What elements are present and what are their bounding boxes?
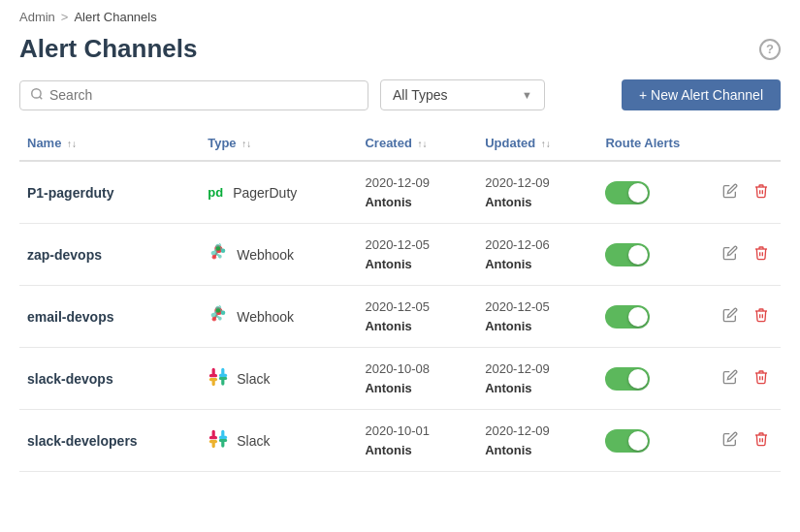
edit-button[interactable] — [719, 179, 742, 206]
delete-button[interactable] — [750, 365, 773, 392]
edit-icon — [722, 245, 738, 265]
svg-point-2 — [212, 255, 217, 260]
route-alerts-toggle[interactable] — [605, 367, 650, 391]
table-row: zap-devops Webhook 2020-12-05 Antonis — [19, 224, 781, 286]
row-type: Webhook — [200, 224, 357, 286]
breadcrumb-separator: > — [61, 10, 69, 24]
edit-button[interactable] — [719, 303, 742, 330]
svg-rect-17 — [209, 436, 217, 439]
route-alerts-toggle[interactable] — [605, 243, 650, 266]
trash-icon — [753, 369, 769, 389]
new-alert-channel-button[interactable]: + New Alert Channel — [622, 79, 781, 110]
svg-point-3 — [221, 248, 226, 253]
page: Admin > Alert Channels Alert Channels ? … — [0, 0, 800, 532]
name-sort-icon: ↑↓ — [67, 139, 77, 149]
col-header-route-alerts: Route Alerts — [597, 126, 711, 161]
row-name: zap-devops — [19, 224, 200, 286]
svg-point-0 — [32, 88, 41, 97]
row-created: 2020-12-09 Antonis — [357, 161, 477, 224]
route-alerts-toggle[interactable] — [605, 429, 650, 453]
col-header-updated[interactable]: Updated ↑↓ — [477, 126, 597, 161]
row-created: 2020-12-05 Antonis — [357, 286, 477, 348]
row-name: email-devops — [19, 286, 200, 348]
slack-icon — [208, 366, 229, 391]
table-row: slack-developers Slack 2020-10-01 A — [19, 410, 781, 472]
trash-icon — [753, 431, 769, 451]
svg-point-4 — [216, 246, 221, 251]
search-icon — [30, 87, 44, 104]
updated-sort-icon: ↑↓ — [541, 139, 551, 149]
svg-point-6 — [221, 310, 226, 315]
row-type: pd PagerDuty — [200, 161, 357, 224]
row-created: 2020-10-08 Antonis — [357, 348, 477, 410]
row-type: Webhook — [200, 286, 357, 348]
webhook-icon — [208, 304, 229, 329]
table-row: P1-pagerduty pd PagerDuty 2020-12-09 Ant… — [19, 161, 781, 224]
trash-icon — [753, 245, 769, 265]
delete-button[interactable] — [750, 427, 773, 454]
svg-rect-23 — [221, 430, 224, 438]
row-created: 2020-10-01 Antonis — [357, 410, 477, 472]
row-name: P1-pagerduty — [19, 161, 200, 224]
edit-button[interactable] — [719, 241, 742, 268]
edit-button[interactable] — [719, 427, 742, 454]
row-actions — [711, 410, 781, 472]
svg-rect-21 — [212, 440, 215, 448]
delete-button[interactable] — [750, 179, 773, 206]
help-icon[interactable]: ? — [759, 39, 781, 60]
table-header-row: Name ↑↓ Type ↑↓ Created ↑↓ Updated ↑↓ Ro… — [19, 126, 781, 161]
alert-channels-table: Name ↑↓ Type ↑↓ Created ↑↓ Updated ↑↓ Ro… — [19, 126, 781, 472]
delete-button[interactable] — [750, 241, 773, 268]
slack-icon — [208, 428, 229, 453]
page-title: Alert Channels — [19, 34, 198, 64]
row-name: slack-developers — [19, 410, 200, 472]
row-route-alerts — [597, 161, 711, 224]
edit-icon — [722, 431, 738, 451]
edit-icon — [722, 183, 738, 203]
row-type: Slack — [200, 348, 357, 410]
trash-icon — [753, 183, 769, 203]
svg-rect-9 — [209, 374, 217, 377]
row-route-alerts — [597, 410, 711, 472]
row-route-alerts — [597, 286, 711, 348]
row-updated: 2020-12-09 Antonis — [477, 348, 597, 410]
row-actions — [711, 348, 781, 410]
svg-point-5 — [212, 317, 217, 322]
row-actions — [711, 161, 781, 224]
row-type: Slack — [200, 410, 357, 472]
table-row: email-devops Webhook 2020-12-05 Antonis — [19, 286, 781, 348]
breadcrumb-admin[interactable]: Admin — [19, 10, 55, 24]
col-header-type[interactable]: Type ↑↓ — [200, 126, 357, 161]
edit-icon — [722, 369, 738, 389]
type-dropdown-value: All Types — [393, 87, 448, 103]
type-dropdown[interactable]: All Types ▼ — [380, 79, 545, 110]
svg-point-7 — [216, 308, 221, 313]
row-route-alerts — [597, 348, 711, 410]
toolbar: All Types ▼ + New Alert Channel — [0, 79, 800, 126]
pagerduty-icon: pd — [208, 185, 223, 200]
row-updated: 2020-12-06 Antonis — [477, 224, 597, 286]
row-updated: 2020-12-09 Antonis — [477, 410, 597, 472]
search-box — [19, 80, 368, 110]
breadcrumb-current: Alert Channels — [74, 10, 156, 24]
row-actions — [711, 286, 781, 348]
trash-icon — [753, 307, 769, 327]
chevron-down-icon: ▼ — [522, 89, 532, 101]
created-sort-icon: ↑↓ — [417, 139, 427, 149]
edit-button[interactable] — [719, 365, 742, 392]
col-header-actions — [711, 126, 781, 161]
delete-button[interactable] — [750, 303, 773, 330]
edit-icon — [722, 307, 738, 327]
svg-line-1 — [40, 96, 43, 99]
row-name: slack-devops — [19, 348, 200, 410]
search-input[interactable] — [49, 87, 358, 103]
table-container: Name ↑↓ Type ↑↓ Created ↑↓ Updated ↑↓ Ro… — [0, 126, 800, 472]
row-updated: 2020-12-09 Antonis — [477, 161, 597, 224]
svg-rect-13 — [212, 378, 215, 386]
col-header-created[interactable]: Created ↑↓ — [357, 126, 477, 161]
table-row: slack-devops Slack 2020-10-08 Anton — [19, 348, 781, 410]
route-alerts-toggle[interactable] — [605, 305, 650, 329]
webhook-icon — [208, 242, 229, 266]
route-alerts-toggle[interactable] — [605, 181, 650, 204]
col-header-name[interactable]: Name ↑↓ — [19, 126, 200, 161]
